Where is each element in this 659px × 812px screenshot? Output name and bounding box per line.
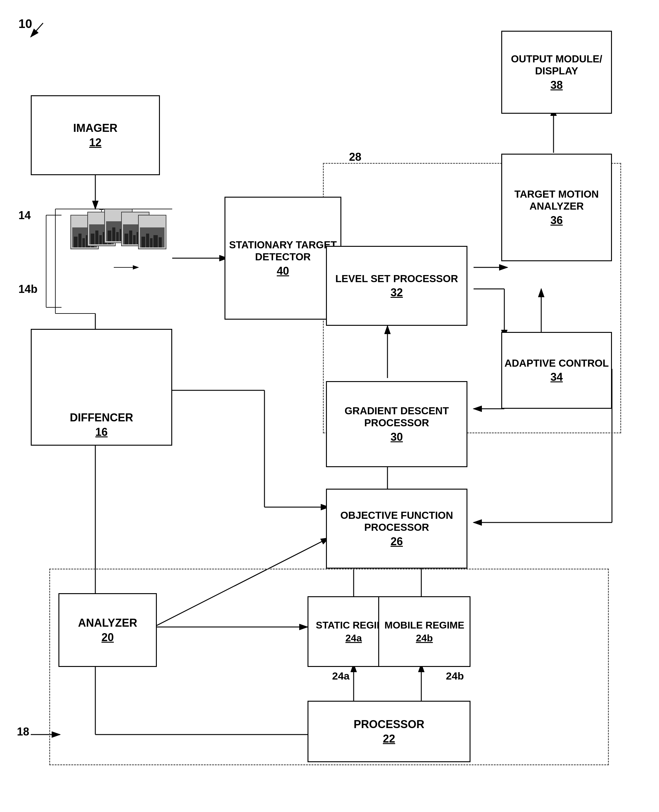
gradient-descent-processor-box: GRADIENT DESCENT PROCESSOR 30 bbox=[326, 381, 467, 467]
svg-rect-73 bbox=[146, 234, 149, 247]
processor-label: PROCESSOR bbox=[354, 718, 424, 731]
label-24a: 24a bbox=[332, 670, 350, 682]
svg-rect-65 bbox=[125, 234, 128, 244]
image-stack-14 bbox=[58, 209, 172, 313]
level-set-processor-num: 32 bbox=[391, 286, 403, 299]
svg-rect-48 bbox=[95, 230, 98, 244]
adaptive-control-label: ADAPTIVE CONTROL bbox=[504, 357, 609, 370]
stationary-target-detector-label: STATIONARY TARGET DETECTOR bbox=[225, 239, 341, 263]
svg-rect-47 bbox=[91, 234, 95, 244]
diffencer-box: DIFFENCER 16 bbox=[31, 329, 172, 445]
imager-label: IMAGER bbox=[73, 121, 117, 135]
static-regime-num: 24a bbox=[345, 632, 362, 644]
gradient-descent-processor-label: GRADIENT DESCENT PROCESSOR bbox=[327, 405, 467, 429]
stationary-target-detector-box: STATIONARY TARGET DETECTOR 40 bbox=[224, 197, 341, 319]
stationary-target-detector-num: 40 bbox=[277, 264, 289, 277]
mobile-regime-num: 24b bbox=[416, 632, 433, 644]
diffencer-num: 16 bbox=[95, 425, 108, 439]
objective-function-processor-box: OBJECTIVE FUNCTION PROCESSOR 26 bbox=[326, 489, 467, 568]
svg-rect-42 bbox=[82, 238, 85, 247]
svg-rect-75 bbox=[153, 235, 158, 247]
svg-rect-58 bbox=[116, 232, 119, 241]
svg-rect-67 bbox=[133, 235, 136, 244]
imager-box: IMAGER 12 bbox=[31, 95, 160, 175]
svg-rect-56 bbox=[108, 230, 111, 241]
label-14b: 14b bbox=[19, 283, 38, 296]
adaptive-control-num: 34 bbox=[550, 370, 563, 384]
target-motion-analyzer-box: TARGET MOTION ANALYZER 36 bbox=[501, 154, 612, 261]
level-set-processor-label: LEVEL SET PROCESSOR bbox=[335, 272, 458, 285]
processor-num: 22 bbox=[383, 732, 395, 745]
mobile-regime-label: MOBILE REGIME bbox=[385, 619, 464, 631]
analyzer-label: ANALYZER bbox=[78, 616, 137, 629]
svg-rect-74 bbox=[150, 238, 153, 247]
label-14: 14 bbox=[19, 209, 31, 222]
svg-rect-72 bbox=[142, 237, 145, 247]
mobile-regime-box: MOBILE REGIME 24b bbox=[378, 596, 470, 667]
analyzer-box: ANALYZER 20 bbox=[58, 593, 157, 667]
analyzer-num: 20 bbox=[101, 631, 114, 644]
svg-rect-49 bbox=[99, 235, 102, 244]
svg-rect-66 bbox=[129, 230, 132, 244]
svg-rect-41 bbox=[79, 234, 82, 247]
imager-num: 12 bbox=[89, 136, 101, 149]
objective-function-processor-label: OBJECTIVE FUNCTION PROCESSOR bbox=[327, 509, 467, 533]
target-motion-analyzer-label: TARGET MOTION ANALYZER bbox=[502, 188, 611, 212]
diffencer-label: DIFFENCER bbox=[70, 411, 133, 424]
output-module-box: OUTPUT MODULE/ DISPLAY 38 bbox=[501, 31, 612, 114]
svg-rect-40 bbox=[74, 237, 77, 247]
objective-function-processor-num: 26 bbox=[391, 535, 403, 548]
image-frames-svg bbox=[58, 209, 172, 313]
output-module-label: OUTPUT MODULE/ DISPLAY bbox=[502, 53, 611, 77]
label-24b: 24b bbox=[446, 670, 464, 682]
level-set-processor-box: LEVEL SET PROCESSOR 32 bbox=[326, 246, 467, 326]
output-module-num: 38 bbox=[550, 79, 563, 91]
svg-rect-57 bbox=[112, 227, 115, 241]
target-motion-analyzer-num: 36 bbox=[550, 214, 563, 227]
label-28: 28 bbox=[349, 151, 361, 164]
gradient-descent-processor-num: 30 bbox=[391, 430, 403, 444]
svg-line-37 bbox=[31, 23, 43, 37]
diagram: 10 IMAGER 12 bbox=[0, 0, 659, 812]
svg-rect-76 bbox=[159, 237, 162, 247]
arrow-10-icon bbox=[28, 20, 46, 41]
processor-box: PROCESSOR 22 bbox=[307, 701, 470, 762]
adaptive-control-box: ADAPTIVE CONTROL 34 bbox=[501, 332, 612, 409]
label-18: 18 bbox=[17, 725, 29, 738]
